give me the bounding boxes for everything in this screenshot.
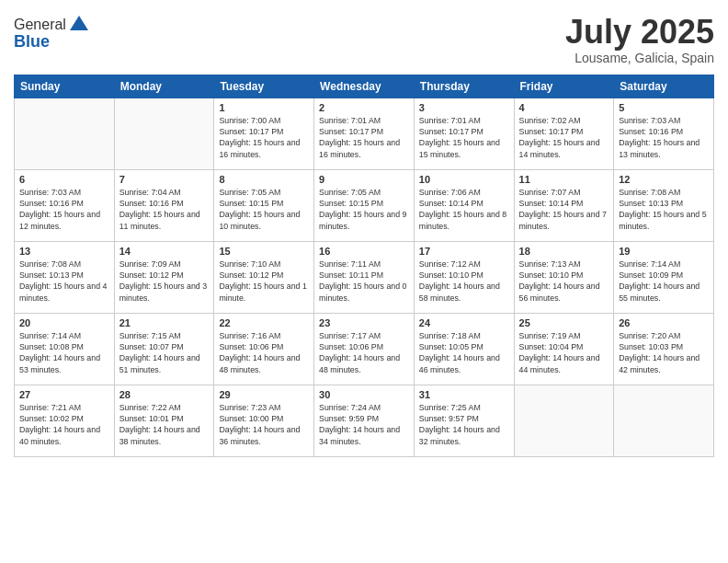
day-info: Sunrise: 7:10 AM Sunset: 10:12 PM Daylig…	[219, 259, 309, 304]
day-number: 31	[419, 389, 509, 400]
day-info: Sunrise: 7:20 AM Sunset: 10:03 PM Daylig…	[619, 330, 709, 375]
svg-marker-0	[70, 16, 88, 30]
calendar-cell: 7Sunrise: 7:04 AM Sunset: 10:16 PM Dayli…	[114, 169, 214, 241]
day-info: Sunrise: 7:09 AM Sunset: 10:12 PM Daylig…	[119, 259, 210, 304]
calendar-cell: 28Sunrise: 7:22 AM Sunset: 10:01 PM Dayl…	[114, 385, 214, 456]
col-monday: Monday	[114, 75, 214, 98]
day-info: Sunrise: 7:08 AM Sunset: 10:13 PM Daylig…	[19, 259, 109, 304]
day-number: 18	[519, 246, 609, 257]
calendar-cell: 27Sunrise: 7:21 AM Sunset: 10:02 PM Dayl…	[15, 385, 115, 456]
title-block: July 2025 Lousame, Galicia, Spain	[565, 14, 714, 65]
calendar-cell: 14Sunrise: 7:09 AM Sunset: 10:12 PM Dayl…	[114, 241, 214, 313]
calendar-week-2: 6Sunrise: 7:03 AM Sunset: 10:16 PM Dayli…	[15, 169, 714, 241]
day-info: Sunrise: 7:24 AM Sunset: 9:59 PM Dayligh…	[319, 402, 409, 447]
calendar-cell: 15Sunrise: 7:10 AM Sunset: 10:12 PM Dayl…	[214, 241, 314, 313]
day-info: Sunrise: 7:13 AM Sunset: 10:10 PM Daylig…	[519, 259, 609, 304]
calendar-cell: 22Sunrise: 7:16 AM Sunset: 10:06 PM Dayl…	[214, 313, 314, 385]
day-number: 7	[119, 174, 210, 185]
day-info: Sunrise: 7:00 AM Sunset: 10:17 PM Daylig…	[219, 115, 309, 160]
day-info: Sunrise: 7:04 AM Sunset: 10:16 PM Daylig…	[119, 187, 210, 232]
calendar-cell: 6Sunrise: 7:03 AM Sunset: 10:16 PM Dayli…	[15, 169, 115, 241]
calendar-cell: 5Sunrise: 7:03 AM Sunset: 10:16 PM Dayli…	[614, 98, 714, 169]
col-friday: Friday	[514, 75, 614, 98]
day-number: 23	[319, 317, 409, 328]
calendar-week-3: 13Sunrise: 7:08 AM Sunset: 10:13 PM Dayl…	[15, 241, 714, 313]
day-info: Sunrise: 7:14 AM Sunset: 10:08 PM Daylig…	[19, 330, 109, 375]
day-info: Sunrise: 7:01 AM Sunset: 10:17 PM Daylig…	[319, 115, 409, 160]
day-info: Sunrise: 7:14 AM Sunset: 10:09 PM Daylig…	[619, 259, 709, 304]
calendar-cell: 16Sunrise: 7:11 AM Sunset: 10:11 PM Dayl…	[314, 241, 415, 313]
month-title: July 2025	[565, 14, 714, 51]
day-info: Sunrise: 7:15 AM Sunset: 10:07 PM Daylig…	[119, 330, 210, 375]
day-info: Sunrise: 7:02 AM Sunset: 10:17 PM Daylig…	[519, 115, 609, 160]
day-number: 14	[119, 246, 210, 257]
day-number: 29	[219, 389, 309, 400]
day-info: Sunrise: 7:11 AM Sunset: 10:11 PM Daylig…	[319, 259, 409, 304]
calendar-cell: 9Sunrise: 7:05 AM Sunset: 10:15 PM Dayli…	[314, 169, 415, 241]
col-thursday: Thursday	[414, 75, 514, 98]
day-number: 28	[119, 389, 210, 400]
day-info: Sunrise: 7:05 AM Sunset: 10:15 PM Daylig…	[319, 187, 409, 232]
day-info: Sunrise: 7:08 AM Sunset: 10:13 PM Daylig…	[619, 187, 709, 232]
calendar-cell: 1Sunrise: 7:00 AM Sunset: 10:17 PM Dayli…	[214, 98, 314, 169]
calendar-cell: 11Sunrise: 7:07 AM Sunset: 10:14 PM Dayl…	[514, 169, 614, 241]
calendar-cell: 13Sunrise: 7:08 AM Sunset: 10:13 PM Dayl…	[15, 241, 115, 313]
page: General Blue July 2025 Lousame, Galicia,…	[0, 0, 728, 563]
calendar-cell: 30Sunrise: 7:24 AM Sunset: 9:59 PM Dayli…	[314, 385, 415, 456]
calendar-cell: 19Sunrise: 7:14 AM Sunset: 10:09 PM Dayl…	[614, 241, 714, 313]
calendar-cell: 24Sunrise: 7:18 AM Sunset: 10:05 PM Dayl…	[414, 313, 514, 385]
day-info: Sunrise: 7:03 AM Sunset: 10:16 PM Daylig…	[19, 187, 109, 232]
day-info: Sunrise: 7:23 AM Sunset: 10:00 PM Daylig…	[219, 402, 309, 447]
day-number: 3	[419, 102, 509, 113]
day-number: 27	[19, 389, 109, 400]
col-wednesday: Wednesday	[314, 75, 415, 98]
col-tuesday: Tuesday	[214, 75, 314, 98]
day-info: Sunrise: 7:06 AM Sunset: 10:14 PM Daylig…	[419, 187, 509, 232]
day-number: 17	[419, 246, 509, 257]
day-number: 11	[519, 174, 609, 185]
day-number: 15	[219, 246, 309, 257]
calendar-cell	[15, 98, 115, 169]
day-info: Sunrise: 7:18 AM Sunset: 10:05 PM Daylig…	[419, 330, 509, 375]
calendar-cell: 23Sunrise: 7:17 AM Sunset: 10:06 PM Dayl…	[314, 313, 415, 385]
calendar-cell	[614, 385, 714, 456]
day-number: 22	[219, 317, 309, 328]
calendar-cell: 3Sunrise: 7:01 AM Sunset: 10:17 PM Dayli…	[414, 98, 514, 169]
day-number: 9	[319, 174, 409, 185]
day-number: 20	[19, 317, 109, 328]
day-number: 10	[419, 174, 509, 185]
day-info: Sunrise: 7:16 AM Sunset: 10:06 PM Daylig…	[219, 330, 309, 375]
logo-icon	[68, 14, 90, 36]
calendar-cell: 20Sunrise: 7:14 AM Sunset: 10:08 PM Dayl…	[15, 313, 115, 385]
day-info: Sunrise: 7:12 AM Sunset: 10:10 PM Daylig…	[419, 259, 509, 304]
calendar-body: 1Sunrise: 7:00 AM Sunset: 10:17 PM Dayli…	[15, 98, 714, 456]
day-number: 19	[619, 246, 709, 257]
day-number: 12	[619, 174, 709, 185]
calendar-header-row: Sunday Monday Tuesday Wednesday Thursday…	[15, 75, 714, 98]
day-number: 2	[319, 102, 409, 113]
calendar-cell: 12Sunrise: 7:08 AM Sunset: 10:13 PM Dayl…	[614, 169, 714, 241]
col-saturday: Saturday	[614, 75, 714, 98]
calendar-cell: 29Sunrise: 7:23 AM Sunset: 10:00 PM Dayl…	[214, 385, 314, 456]
calendar-week-5: 27Sunrise: 7:21 AM Sunset: 10:02 PM Dayl…	[15, 385, 714, 456]
calendar-week-4: 20Sunrise: 7:14 AM Sunset: 10:08 PM Dayl…	[15, 313, 714, 385]
calendar-cell: 26Sunrise: 7:20 AM Sunset: 10:03 PM Dayl…	[614, 313, 714, 385]
day-info: Sunrise: 7:05 AM Sunset: 10:15 PM Daylig…	[219, 187, 309, 232]
day-number: 30	[319, 389, 409, 400]
day-info: Sunrise: 7:01 AM Sunset: 10:17 PM Daylig…	[419, 115, 509, 160]
calendar-week-1: 1Sunrise: 7:00 AM Sunset: 10:17 PM Dayli…	[15, 98, 714, 169]
day-number: 13	[19, 246, 109, 257]
col-sunday: Sunday	[15, 75, 115, 98]
day-info: Sunrise: 7:25 AM Sunset: 9:57 PM Dayligh…	[419, 402, 509, 447]
calendar-cell	[514, 385, 614, 456]
day-info: Sunrise: 7:22 AM Sunset: 10:01 PM Daylig…	[119, 402, 210, 447]
calendar-cell: 10Sunrise: 7:06 AM Sunset: 10:14 PM Dayl…	[414, 169, 514, 241]
calendar-cell	[114, 98, 214, 169]
day-info: Sunrise: 7:19 AM Sunset: 10:04 PM Daylig…	[519, 330, 609, 375]
calendar-cell: 25Sunrise: 7:19 AM Sunset: 10:04 PM Dayl…	[514, 313, 614, 385]
calendar-cell: 31Sunrise: 7:25 AM Sunset: 9:57 PM Dayli…	[414, 385, 514, 456]
day-number: 26	[619, 317, 709, 328]
day-number: 21	[119, 317, 210, 328]
day-info: Sunrise: 7:07 AM Sunset: 10:14 PM Daylig…	[519, 187, 609, 232]
day-number: 6	[19, 174, 109, 185]
